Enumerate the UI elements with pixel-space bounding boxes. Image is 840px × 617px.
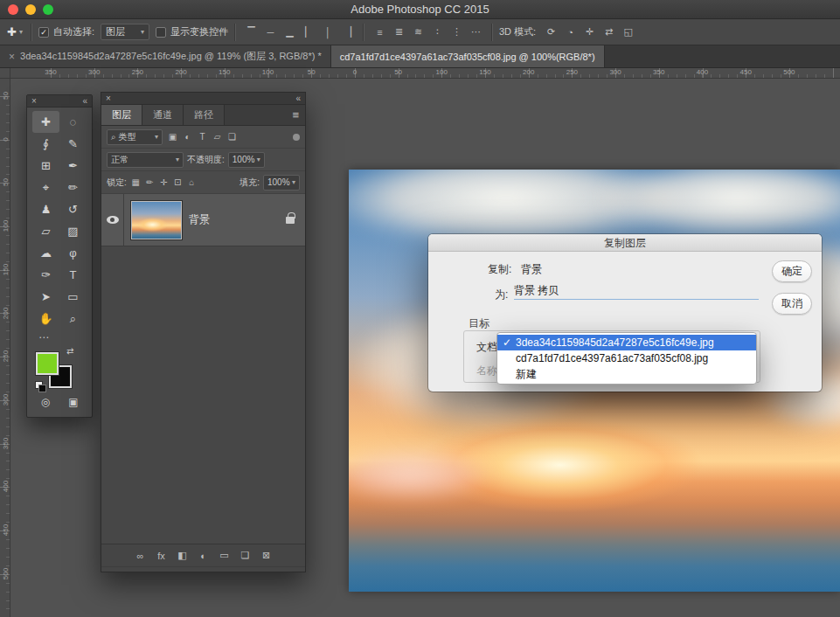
clone-stamp-tool[interactable]: ♟ [32, 198, 59, 220]
delete-layer-icon[interactable]: ⊠ [260, 550, 272, 561]
new-layer-icon[interactable]: ❏ [240, 550, 251, 561]
tab-channels[interactable]: 通道 [142, 105, 184, 125]
filter-toggle[interactable] [293, 134, 300, 141]
3d-slide-icon[interactable]: ⇄ [600, 23, 618, 41]
3d-drag-icon[interactable]: ✛ [580, 23, 599, 41]
3d-rotate-icon[interactable]: ⟳ [542, 23, 560, 41]
quick-selection-tool[interactable]: ✎ [59, 133, 87, 155]
link-layers-icon[interactable]: ∞ [135, 551, 146, 561]
ruler-number: 500 [2, 564, 10, 583]
document-tab-2[interactable]: cd7a1fd7d1ce4397a61ac73af035cf08.jpg @ 1… [331, 45, 605, 67]
menu-item-document-2[interactable]: cd7a1fd7d1ce4397a61ac73af035cf08.jpg [497, 350, 756, 366]
filter-type-icon[interactable]: T [196, 130, 209, 144]
history-brush-tool[interactable]: ↺ [59, 198, 87, 220]
auto-select-target-dropdown[interactable]: 图层 ▾ [101, 24, 149, 40]
default-colors-icon[interactable] [39, 385, 45, 392]
menu-item-document-1[interactable]: ✓ 3dea34c1159845d2a47287e5c16fc49e.jpg [497, 335, 756, 350]
crop-tool[interactable]: ⊞ [32, 155, 59, 177]
foreground-color-swatch[interactable] [36, 352, 59, 375]
screen-mode-button[interactable]: ▣ [64, 394, 83, 410]
brush-tool[interactable]: ✏ [59, 177, 87, 198]
filter-shape-icon[interactable]: ▱ [211, 130, 224, 144]
distribute-bottom-icon[interactable]: ≋ [409, 23, 427, 41]
pen-tool[interactable]: ✑ [32, 264, 59, 286]
separator [363, 24, 364, 41]
close-icon[interactable]: × [106, 94, 111, 104]
adjustment-layer-icon[interactable]: ◐ [198, 551, 209, 561]
dodge-tool[interactable]: φ [59, 242, 87, 264]
type-tool[interactable]: T [59, 264, 87, 286]
zoom-tool[interactable]: ⌕ [59, 308, 87, 329]
filter-pixel-icon[interactable]: ▣ [166, 130, 179, 144]
align-bottom-icon[interactable]: ▁ [281, 23, 299, 41]
distribute-left-icon[interactable]: ∶ [428, 23, 447, 41]
align-vcenter-icon[interactable]: ─ [261, 23, 280, 41]
current-tool-indicator[interactable]: ✚ ▾ [7, 25, 24, 38]
more-tools-button[interactable]: ⋯ [27, 329, 92, 345]
align-hcenter-icon[interactable]: │ [319, 23, 337, 41]
collapse-icon[interactable]: « [295, 94, 301, 104]
tool-grid: ✚◌∮✎⊞✒⌖✏♟↺▱▨☁φ✑T➤▭✋⌕ [27, 107, 92, 329]
lock-all-icon[interactable]: ⌂ [186, 176, 198, 190]
blur-tool[interactable]: ☁ [32, 242, 59, 264]
auto-select-checkbox[interactable]: ✓ [38, 27, 49, 38]
eraser-tool[interactable]: ▱ [32, 220, 59, 242]
3d-roll-icon[interactable]: ◔ [561, 23, 580, 41]
document-tab-1[interactable]: × 3dea34c1159845d2a47287e5c16fc49e.jpg @… [0, 45, 331, 67]
align-top-icon[interactable]: ▔ [242, 23, 260, 41]
distribute-right-icon[interactable]: ⋯ [467, 23, 485, 41]
close-window-button[interactable] [8, 4, 18, 15]
layer-group-icon[interactable]: ▭ [219, 550, 230, 561]
move-tool[interactable]: ✚ [32, 111, 59, 133]
menu-item-new[interactable]: 新建 [497, 366, 756, 382]
horizontal-ruler[interactable]: 3503002502001501005005010015020025030035… [10, 68, 840, 79]
collapse-icon[interactable]: « [82, 96, 87, 107]
vertical-ruler[interactable]: 50050100150200250300350400450500 [0, 79, 10, 617]
lock-paint-icon[interactable]: ✏ [144, 176, 156, 190]
zoom-window-button[interactable] [43, 4, 53, 15]
hand-tool[interactable]: ✋ [32, 308, 59, 329]
filter-adjustment-icon[interactable]: ◐ [181, 130, 194, 144]
close-icon[interactable]: × [9, 51, 15, 63]
panel-resize-grip[interactable] [101, 566, 305, 572]
filter-type-dropdown[interactable]: ⌕ 类型 ▾ [107, 129, 163, 145]
align-left-icon[interactable]: ▏ [300, 23, 318, 41]
marquee-tool[interactable]: ◌ [59, 111, 87, 133]
align-right-icon[interactable]: ▕ [338, 23, 357, 41]
layer-row-background[interactable]: 背景 [101, 194, 305, 246]
quick-mask-button[interactable]: ◎ [36, 394, 55, 410]
3d-scale-icon[interactable]: ◱ [619, 23, 637, 41]
gradient-tool[interactable]: ▨ [59, 220, 87, 242]
show-transform-checkbox[interactable] [156, 27, 166, 38]
layer-mask-icon[interactable]: ◧ [177, 550, 188, 561]
lasso-tool[interactable]: ∮ [32, 133, 59, 155]
path-selection-tool[interactable]: ➤ [32, 286, 59, 308]
visibility-toggle[interactable] [101, 194, 124, 246]
healing-brush-tool[interactable]: ⌖ [32, 177, 59, 198]
new-layer-name-input[interactable] [514, 282, 759, 300]
distribute-hcenter-icon[interactable]: ⋮ [448, 23, 466, 41]
tab-layers[interactable]: 图层 [101, 105, 142, 125]
dialog-title[interactable]: 复制图层 [428, 234, 822, 252]
minimize-window-button[interactable] [25, 4, 36, 15]
distribute-top-icon[interactable]: ≡ [371, 23, 389, 41]
layer-thumbnail[interactable] [132, 202, 181, 239]
lock-artboard-icon[interactable]: ⊡ [172, 176, 184, 190]
panel-menu-icon[interactable]: ≡ [292, 105, 305, 125]
ok-button[interactable]: 确定 [772, 260, 812, 282]
lock-position-icon[interactable]: ✛ [158, 176, 170, 190]
close-icon[interactable]: × [31, 96, 37, 107]
layer-style-icon[interactable]: fx [156, 551, 167, 561]
cancel-button[interactable]: 取消 [772, 293, 812, 315]
fill-dropdown[interactable]: 100% ▾ [263, 175, 300, 191]
distribute-vcenter-icon[interactable]: ≣ [390, 23, 408, 41]
lock-transparent-icon[interactable]: ▦ [130, 176, 142, 190]
shape-tool[interactable]: ▭ [59, 286, 87, 308]
tab-paths[interactable]: 路径 [184, 105, 225, 125]
filter-smart-icon[interactable]: ❏ [226, 130, 239, 144]
blend-mode-dropdown[interactable]: 正常 ▾ [107, 152, 184, 168]
swap-colors-icon[interactable]: ⇄ [66, 346, 73, 356]
opacity-dropdown[interactable]: 100% ▾ [228, 152, 265, 168]
layer-name[interactable]: 背景 [189, 212, 210, 227]
eyedropper-tool[interactable]: ✒ [59, 155, 87, 177]
